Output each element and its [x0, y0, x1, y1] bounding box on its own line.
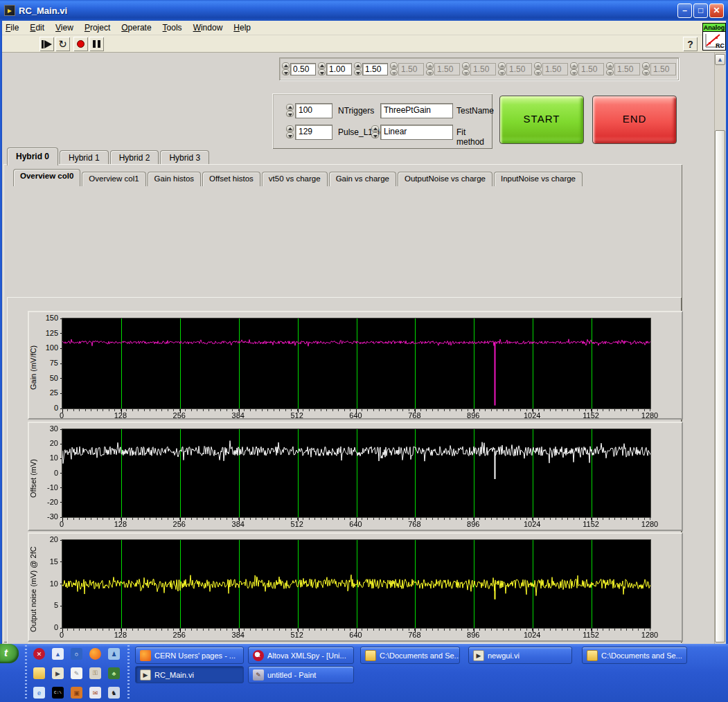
fit-method-field[interactable]: Linear — [380, 125, 453, 140]
red-badge-icon[interactable]: ✕ — [33, 648, 45, 660]
tab-hybrid-1[interactable]: Hybrid 1 — [60, 150, 109, 165]
spin-down-icon — [570, 69, 578, 76]
labview-vi-icon[interactable]: ▶ — [52, 667, 64, 679]
spin-up-icon[interactable] — [282, 62, 290, 69]
firefox-icon[interactable] — [89, 648, 101, 660]
minimize-button[interactable]: – — [677, 3, 692, 18]
tab-offset-histos[interactable]: Offset histos — [202, 172, 260, 186]
y-tick-label: 10 — [50, 579, 58, 588]
tab-overview-col0[interactable]: Overview col0 — [13, 169, 80, 186]
hat-icon[interactable]: ♞ — [108, 687, 120, 699]
maximize-button[interactable]: □ — [693, 3, 708, 18]
tree-icon[interactable]: ♣ — [108, 667, 120, 679]
testname-field[interactable]: ThreePtGain — [380, 103, 453, 118]
output-noise-plot — [62, 539, 651, 629]
pulse-height-spinner: 1.50 — [390, 62, 426, 75]
taskbar-button-explorer-1[interactable]: C:\Documents and Se... — [360, 647, 460, 664]
labview-vi-icon: ▶ — [473, 650, 484, 661]
y-tick-label: 30 — [50, 424, 58, 433]
pulse-height-value[interactable]: 1.00 — [326, 63, 352, 75]
pulse-height-spinner[interactable]: 0.50 — [282, 62, 318, 75]
spin-down-icon[interactable] — [318, 69, 326, 76]
pulse-height-spinner[interactable]: 1.00 — [318, 62, 354, 75]
scrollbar-thumb[interactable] — [715, 130, 725, 642]
taskbar-button-explorer-2[interactable]: C:\Documents and Se... — [582, 647, 687, 664]
menu-operate[interactable]: Operate — [116, 21, 157, 34]
menu-view[interactable]: View — [50, 21, 79, 34]
taskbar-button-paint[interactable]: ✎ untitled - Paint — [248, 666, 354, 683]
spin-down-icon[interactable] — [282, 69, 290, 76]
x-tick-label: 384 — [232, 520, 245, 528]
tab-outputnoise-vs-charge[interactable]: OutputNoise vs charge — [398, 172, 492, 186]
pulse-height-value: 1.50 — [650, 63, 676, 75]
pulse-height-value: 1.50 — [470, 63, 496, 75]
pulse-height-value[interactable]: 1.50 — [362, 63, 388, 75]
package-icon[interactable]: ▣ — [71, 687, 82, 699]
menu-help[interactable]: Help — [228, 21, 256, 34]
menu-window[interactable]: Window — [188, 21, 229, 34]
gain-y-ticks: 0255075100125150 — [37, 318, 58, 408]
y-tick-label: 5 — [54, 601, 58, 609]
y-tick-label: 50 — [50, 374, 58, 382]
cmd-icon[interactable]: C:\ — [52, 687, 64, 699]
menu-edit[interactable]: Edit — [24, 21, 50, 34]
tab-hybrid-0[interactable]: Hybrid 0 — [7, 147, 58, 165]
scroll-up-arrow-icon[interactable]: ▲ — [715, 54, 725, 65]
gain-x-ticks: 0128256384512640768896102411521280 — [62, 408, 650, 417]
globe-icon[interactable]: ○ — [71, 648, 82, 660]
pulse-height-value[interactable]: 0.50 — [290, 63, 316, 75]
spin-down-icon — [534, 69, 542, 76]
output-noise-y-ticks: 05101520 — [37, 539, 58, 627]
badge-analog-label: Analog — [703, 24, 725, 32]
y-tick-label: 10 — [50, 453, 58, 462]
abort-button[interactable] — [73, 37, 88, 51]
tab-hybrid-3[interactable]: Hybrid 3 — [160, 150, 209, 165]
run-button[interactable] — [39, 37, 54, 51]
pulse-height-spinner: 1.50 — [642, 62, 678, 75]
spin-up-icon — [534, 62, 542, 69]
taskbar-button-cern[interactable]: CERN Users' pages - ... — [135, 647, 244, 664]
vertical-scrollbar[interactable]: ▲ — [714, 53, 726, 644]
gain-graph: Gain (mV/fC) 0255075100125150 0128256384… — [28, 311, 683, 420]
x-tick-label: 640 — [349, 631, 362, 639]
tab-vt50-vs-charge[interactable]: vt50 vs charge — [262, 172, 328, 186]
sail-icon[interactable]: ▲ — [52, 648, 64, 660]
tab-gain-vs-charge[interactable]: Gain vs charge — [329, 172, 396, 186]
spin-up-icon[interactable] — [354, 62, 362, 69]
start-button[interactable]: START — [499, 96, 584, 144]
pulse-height-value: 1.50 — [434, 63, 460, 75]
tab-inputnoise-vs-charge[interactable]: InputNoise vs charge — [494, 172, 583, 186]
spin-down-icon[interactable] — [354, 69, 362, 76]
notepad-icon[interactable]: ✎ — [71, 667, 82, 679]
ie-icon[interactable]: e — [33, 687, 45, 699]
folder-icon — [365, 650, 376, 661]
menu-project[interactable]: Project — [79, 21, 116, 34]
taskbar-button-xmlspy[interactable]: ✕ Altova XMLSpy - [Uni... — [248, 647, 354, 664]
x-tick-label: 1280 — [641, 631, 658, 639]
tab-hybrid-2[interactable]: Hybrid 2 — [110, 150, 159, 165]
help-button[interactable]: ? — [683, 37, 698, 51]
end-button[interactable]: END — [592, 96, 677, 144]
menu-file[interactable]: File — [0, 21, 24, 34]
y-tick-label: 15 — [50, 557, 58, 566]
ntriggers-field[interactable]: 100 — [295, 103, 332, 118]
taskbar-button-newgui[interactable]: ▶ newgui.vi — [468, 647, 572, 664]
tab-gain-histos[interactable]: Gain histos — [148, 172, 202, 186]
keys-icon[interactable]: ⚿ — [89, 667, 101, 679]
pause-button[interactable] — [89, 37, 104, 51]
start-button-fragment[interactable]: t — [0, 644, 19, 663]
pulse-delay-field[interactable]: 129 — [295, 125, 332, 140]
pulse-height-spinner[interactable]: 1.50 — [354, 62, 390, 75]
messenger-icon[interactable]: ♟ — [108, 648, 120, 660]
menu-tools[interactable]: Tools — [157, 21, 188, 34]
front-panel: 0.501.001.501.501.501.501.501.501.501.50… — [2, 53, 714, 644]
spin-up-icon — [462, 62, 470, 69]
run-continuous-button[interactable]: ↻ — [55, 37, 70, 51]
tab-overview-col1[interactable]: Overview col1 — [82, 172, 145, 186]
y-tick-label: -20 — [47, 498, 58, 506]
folder-open-icon[interactable] — [33, 667, 45, 679]
close-button[interactable]: ✕ — [709, 3, 724, 18]
taskbar-button-rcmain[interactable]: ▶ RC_Main.vi — [135, 666, 244, 683]
mail-doc-icon[interactable]: ✉ — [89, 687, 101, 699]
spin-up-icon[interactable] — [318, 62, 326, 69]
